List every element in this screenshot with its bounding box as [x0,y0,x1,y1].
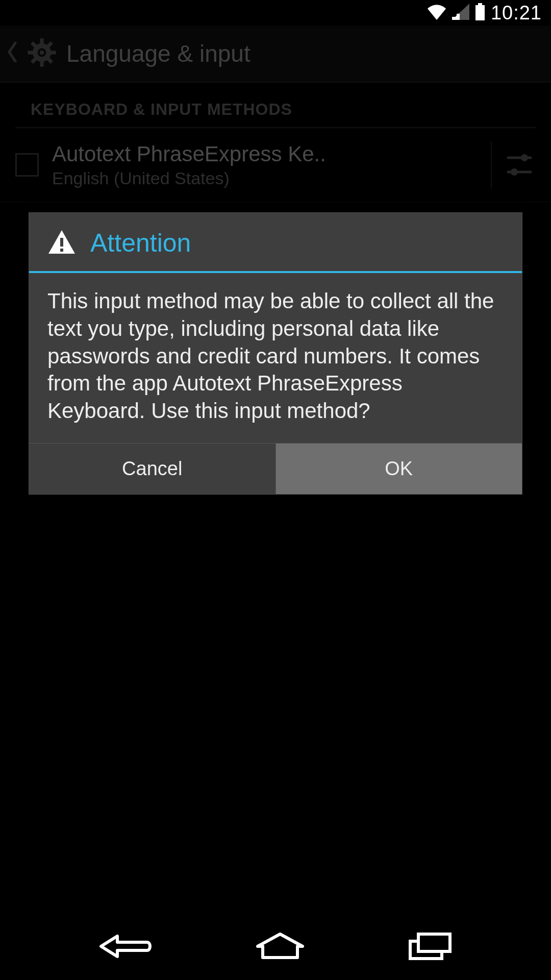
svg-rect-0 [452,17,456,20]
cancel-button[interactable]: Cancel [29,444,276,494]
status-clock: 10:21 [491,2,542,24]
nav-recents-icon[interactable] [407,931,454,964]
svg-rect-1 [457,14,460,20]
nav-home-icon[interactable] [255,932,306,963]
row-divider [491,141,492,188]
svg-rect-2 [478,3,482,5]
dialog-header: Attention [29,213,522,273]
svg-rect-20 [60,249,63,252]
settings-gear-icon[interactable] [27,37,57,70]
back-chevron-icon[interactable] [7,42,17,66]
section-header-keyboard: KEYBOARD & INPUT METHODS [15,83,536,128]
svg-rect-7 [28,51,34,54]
svg-point-14 [40,51,44,55]
status-bar: 10:21 [0,0,551,26]
svg-point-17 [521,154,528,161]
svg-point-18 [511,168,518,176]
input-method-title: Autotext PhraseExpress Ke.. [52,142,474,166]
settings-sliders-icon[interactable] [503,149,536,181]
svg-rect-8 [50,51,56,54]
dialog-button-bar: Cancel OK [29,443,522,494]
svg-rect-6 [40,61,43,67]
svg-rect-19 [60,238,63,247]
page-title: Language & input [66,40,251,67]
dialog-body: This input method may be able to collect… [29,273,522,443]
ok-button[interactable]: OK [276,444,522,494]
attention-dialog: Attention This input method may be able … [29,212,522,495]
input-method-subtitle: English (United States) [52,168,474,188]
warning-triangle-icon [47,229,76,257]
battery-icon [474,3,486,22]
nav-back-icon[interactable] [97,931,153,964]
svg-rect-22 [418,934,450,951]
svg-rect-5 [40,38,43,44]
wifi-icon [427,4,447,22]
system-nav-bar [0,915,551,980]
checkbox-unchecked-icon[interactable] [15,153,39,177]
dialog-title: Attention [90,228,191,258]
action-bar: Language & input [0,26,551,83]
svg-rect-3 [475,5,485,20]
cell-signal-icon [452,4,469,22]
input-method-row[interactable]: Autotext PhraseExpress Ke.. English (Uni… [0,128,551,202]
